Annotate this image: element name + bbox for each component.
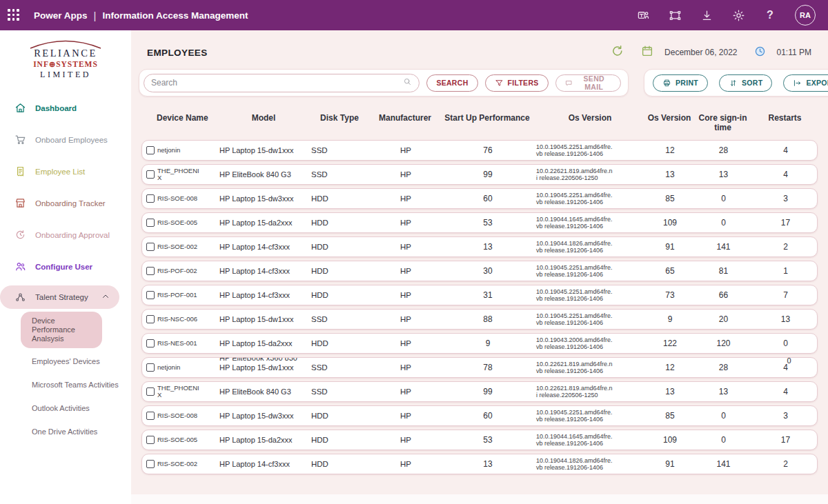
sidebar-subitem-outlook-activities[interactable]: Outlook Activities [0, 399, 131, 419]
row-checkbox[interactable] [146, 436, 155, 444]
cell-device-name: RIS-NES-001 [157, 340, 219, 347]
row-checkbox[interactable] [146, 291, 155, 299]
cell-manufacturer: HP [371, 363, 440, 372]
sidebar-item-configure-user[interactable]: Configure User [0, 254, 131, 279]
cell-startup-performance: 76 [440, 145, 535, 155]
table-row: RIS-SOE-005HP Laptop 15-da2xxxHDDHP5310.… [141, 212, 818, 233]
cell-model: HP Laptop 15-dw3xxx [219, 412, 309, 420]
cell-os-version-number: 12 [646, 145, 694, 155]
receipt-icon [14, 165, 26, 177]
row-checkbox[interactable] [146, 243, 155, 251]
cell-os-version: 10.0.22621.819.amd64fre.ni release.22050… [535, 385, 646, 399]
teams-icon[interactable] [636, 8, 650, 22]
sort-button[interactable]: SORT [719, 74, 772, 92]
sidebar-item-label: Employee List [35, 168, 85, 176]
refresh-icon[interactable] [611, 44, 624, 61]
table-row: RIS-SOE-008HP Laptop 15-dw3xxxHDDHP6010.… [141, 188, 818, 209]
sidebar-subitem-device-performance-analsysis[interactable]: Device Performance Analsysis [21, 312, 102, 348]
row-checkbox[interactable] [146, 194, 155, 203]
filters-button[interactable]: FILTERS [485, 74, 549, 92]
send-mail-button[interactable]: SEND MAIL [555, 74, 621, 92]
row-checkbox[interactable] [146, 219, 155, 227]
settings-gear-icon[interactable] [731, 8, 745, 22]
cell-os-version-number: 13 [646, 387, 694, 396]
cell-device-name: RIS-POF-001 [157, 292, 219, 299]
cell-os-version-number: 122 [646, 339, 694, 348]
sidebar-subitem-microsoft-teams-activities[interactable]: Microsoft Teams Activities [0, 375, 131, 395]
row-checkbox[interactable] [146, 315, 155, 323]
sidebar-subitem-employees-devices[interactable]: Employees' Devices [0, 352, 131, 372]
search-box [144, 74, 420, 92]
cell-startup-performance: 31 [440, 290, 535, 300]
cell-device-name: RIS-POF-002 [157, 268, 219, 274]
cell-os-version: 10.0.19045.2251.amd64fre.vb release.1912… [535, 288, 646, 303]
people-icon [14, 261, 26, 272]
cell-startup-performance: 30 [440, 266, 535, 276]
cell-device-name: netjonin [157, 364, 219, 371]
chat-bubble-icon [565, 79, 573, 88]
cell-core-signin-time: 28 [694, 363, 753, 372]
cell-os-version-number: 85 [646, 411, 694, 421]
table-row: RIS-POF-002HP Laptop 14-cf3xxxHDDHP3010.… [141, 261, 818, 281]
cell-model: HP Laptop 15-dw3xxx [219, 194, 309, 203]
cell-restarts: 3 [753, 411, 818, 421]
cell-disk-type: HDD [309, 339, 371, 347]
chevron-up-icon[interactable] [101, 291, 110, 303]
sidebar-item-onboarding-tracker[interactable]: Onboarding Tracker [0, 190, 131, 216]
row-checkbox[interactable] [146, 460, 155, 468]
table-row: netjoninHP Laptop 15-dw1xxxSSDHP7610.0.1… [141, 140, 818, 161]
sidebar-item-onboarding-approval[interactable]: Onboarding Approval [0, 222, 131, 248]
model-ghost-text: HP EliteBook x360 830 [219, 357, 297, 362]
column-header-6: Os Version [645, 110, 693, 135]
cell-device-name: netjonin [157, 147, 219, 154]
cell-os-version-number: 91 [646, 459, 694, 469]
history-icon [14, 229, 26, 241]
cell-model: HP EliteBook 840 G3 [219, 387, 309, 396]
sidebar-subitem-one-drive-activities[interactable]: One Drive Activities [0, 422, 131, 442]
app-launcher-icon[interactable] [8, 9, 20, 21]
calendar-icon[interactable] [641, 45, 653, 60]
sidebar-item-talent-strategy[interactable]: Talent Strategy [0, 285, 119, 309]
current-time: 01:11 PM [777, 48, 811, 57]
row-checkbox[interactable] [146, 387, 155, 396]
focus-frame-icon[interactable] [668, 8, 682, 22]
cell-os-version: 10.0.19045.2251.amd64fre.vb release.1912… [535, 192, 646, 206]
cell-os-version-number: 12 [646, 363, 694, 372]
table-row: THE_PHOENIXHP EliteBook 840 G3SSDHP9910.… [141, 381, 818, 402]
cell-manufacturer: HP [371, 243, 440, 251]
sort-arrows-icon [729, 79, 738, 88]
row-checkbox[interactable] [146, 267, 155, 275]
table-row: RIS-SOE-005HP Laptop 15-da2xxxHDDHP5310.… [141, 430, 818, 450]
cell-device-name: RIS-SOE-005 [157, 436, 219, 443]
user-avatar[interactable]: RA [795, 5, 816, 26]
column-header-7: Core sign-in time [693, 110, 752, 135]
download-icon[interactable] [700, 8, 713, 22]
export-button[interactable]: EXPORT [783, 74, 828, 92]
table-row: THE_PHOENIXHP EliteBook 840 G3SSDHP9910.… [141, 164, 818, 185]
row-checkbox[interactable] [146, 170, 155, 179]
cell-core-signin-time: 81 [694, 266, 753, 276]
sidebar-item-onboard-employees[interactable]: Onboard Employees [0, 127, 131, 152]
sidebar-item-employee-list[interactable]: Employee List [0, 159, 131, 184]
cell-manufacturer: HP [371, 194, 440, 203]
cell-device-name: RIS-SOE-005 [157, 219, 219, 226]
row-checkbox[interactable] [146, 363, 155, 372]
row-checkbox[interactable] [146, 339, 155, 347]
print-button[interactable]: PRINT [653, 74, 708, 92]
row-checkbox[interactable] [146, 146, 155, 154]
search-button[interactable]: SEARCH [426, 74, 477, 92]
sidebar-item-dashboard[interactable]: Dashboard [0, 95, 131, 121]
company-logo: RELIANCE INF⊕SYSTEMS LIMITED [14, 40, 117, 80]
cell-model: HP Laptop 15-dw1xxx [219, 146, 309, 154]
network-people-icon [14, 292, 26, 303]
home-icon [14, 102, 26, 114]
cell-restarts: 0 [753, 339, 818, 348]
row-checkbox[interactable] [146, 412, 155, 420]
sidebar-item-label: Configure User [35, 263, 92, 271]
search-input[interactable] [151, 78, 403, 88]
cell-restarts: 7 [753, 290, 818, 300]
search-panel: SEARCH FILTERS SEND MAIL [139, 69, 629, 97]
column-header-4: Start Up Performance [440, 110, 535, 135]
help-icon[interactable]: ? [763, 8, 777, 22]
cell-restarts: 3 [753, 194, 818, 203]
